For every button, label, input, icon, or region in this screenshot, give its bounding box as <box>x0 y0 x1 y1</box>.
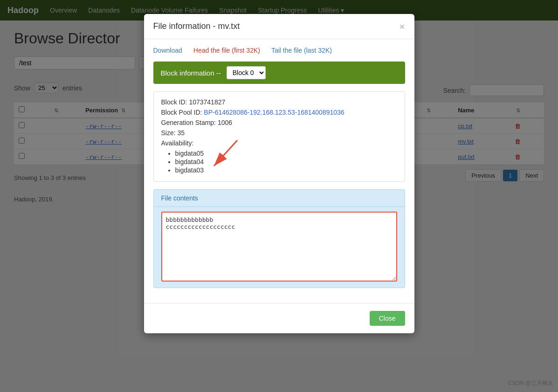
block-info-label: Block information -- <box>161 69 221 77</box>
close-button[interactable]: Close <box>370 311 405 326</box>
modal-title: File information - mv.txt <box>153 21 240 31</box>
block-info-bar: Block information -- Block 0 Block 1 <box>153 62 405 84</box>
red-arrow-icon <box>200 138 275 171</box>
block-id-label: Block ID: <box>161 98 187 106</box>
file-contents-section: File contents <box>153 189 405 288</box>
generation-stamp-value: 1006 <box>218 119 232 126</box>
modal-overlay: File information - mv.txt × Download Hea… <box>0 0 558 392</box>
availability-label: Availability: <box>161 139 397 147</box>
modal-body: Download Head the file (first 32K) Tail … <box>144 39 414 303</box>
download-link[interactable]: Download <box>153 47 182 54</box>
modal-header: File information - mv.txt × <box>144 14 414 39</box>
size-label: Size: <box>161 129 176 137</box>
modal-footer: Close <box>144 303 414 333</box>
watermark: CSDN @三月枫火 <box>508 379 553 387</box>
block-details: Block ID: 1073741827 Block Pool ID: BP-6… <box>153 91 405 182</box>
block-id-row: Block ID: 1073741827 <box>161 98 397 106</box>
generation-stamp-label: Generation Stamp: <box>161 119 216 126</box>
modal-close-button[interactable]: × <box>400 22 405 31</box>
block-pool-id-row: Block Pool ID: BP-614628086-192.168.123.… <box>161 109 397 116</box>
block-pool-id-value: BP-614628086-192.168.123.53-168140089103… <box>204 109 344 116</box>
svg-line-1 <box>214 140 237 166</box>
size-row: Size: 35 <box>161 129 397 137</box>
modal-links: Download Head the file (first 32K) Tail … <box>153 47 405 54</box>
availability-list: bigdata05bigdata04bigdata03 <box>161 150 397 174</box>
file-info-modal: File information - mv.txt × Download Hea… <box>144 14 414 333</box>
block-id-value: 1073741827 <box>189 98 225 106</box>
file-contents-body <box>154 207 405 288</box>
file-contents-textarea[interactable] <box>161 212 397 282</box>
head-file-link[interactable]: Head the file (first 32K) <box>193 47 260 54</box>
size-value: 35 <box>178 129 185 137</box>
tail-file-link[interactable]: Tail the file (last 32K) <box>271 47 332 54</box>
generation-stamp-row: Generation Stamp: 1006 <box>161 119 397 126</box>
block-pool-id-label: Block Pool ID: <box>161 109 202 116</box>
file-contents-header: File contents <box>154 190 405 207</box>
block-select[interactable]: Block 0 Block 1 <box>227 66 266 79</box>
